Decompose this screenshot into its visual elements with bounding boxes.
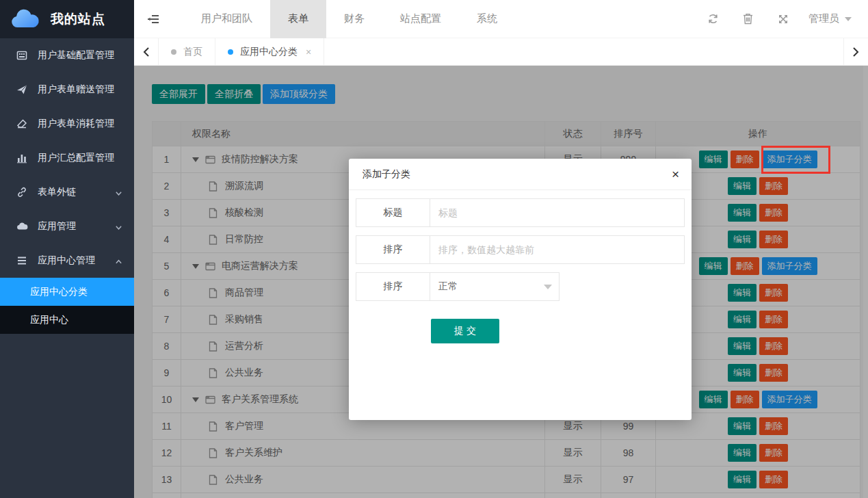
tab-label: 首页 (183, 46, 202, 58)
chevron-down-icon (544, 285, 552, 289)
field-label: 排序 (356, 273, 430, 300)
logo: 我的站点 (0, 0, 134, 38)
sidebar-item-label: 表单外链 (38, 186, 115, 198)
list-icon (16, 255, 28, 267)
field-input-排序[interactable] (430, 236, 684, 263)
chevron-down-icon (115, 222, 123, 231)
field-label: 标题 (356, 199, 430, 226)
modal-body: 标题排序排序正常提 交 (349, 190, 692, 343)
menu-fold-icon[interactable] (134, 0, 172, 38)
tab-close-icon[interactable]: × (306, 47, 311, 57)
submit-button[interactable]: 提 交 (431, 319, 499, 343)
sidebar-submenu: 应用中心分类应用中心 (0, 278, 134, 334)
chevron-down-icon (845, 17, 852, 21)
form-field-标题: 标题 (356, 198, 685, 227)
topnav-item[interactable]: 系统 (459, 0, 515, 38)
annotation-highlight-box (761, 146, 830, 174)
field-input-标题[interactable] (430, 199, 684, 226)
bar-chart-icon (16, 153, 28, 164)
top-menu: 用户和团队表单财务站点配置系统 (183, 0, 515, 38)
sidebar-item-label: 应用管理 (38, 220, 115, 233)
sidebar-item-label: 用户汇总配置管理 (38, 152, 123, 164)
tab-应用中心分类[interactable]: 应用中心分类× (215, 38, 324, 66)
tab-dot (171, 49, 176, 55)
form-field-排序: 排序 (356, 235, 685, 264)
top-bar: 用户和团队表单财务站点配置系统 管理员 (134, 0, 868, 38)
sidebar-menu: 用户基础配置管理用户表单赠送管理用户表单消耗管理用户汇总配置管理表单外链应用管理… (0, 38, 134, 334)
tab-首页[interactable]: 首页 (159, 38, 215, 66)
sidebar-item-3[interactable]: 用户汇总配置管理 (0, 141, 134, 175)
modal-title: 添加子分类 (363, 168, 672, 181)
sidebar-item-5[interactable]: 应用管理 (0, 209, 134, 244)
sidebar-item-0[interactable]: 用户基础配置管理 (0, 38, 134, 73)
fullscreen-icon[interactable] (765, 0, 800, 38)
sidebar-item-label: 用户表单消耗管理 (38, 118, 123, 130)
grid-icon (16, 50, 28, 62)
sidebar-subitem[interactable]: 应用中心 (0, 306, 134, 334)
sidebar: 我的站点 用户基础配置管理用户表单赠送管理用户表单消耗管理用户汇总配置管理表单外… (0, 0, 134, 498)
sidebar-item-6[interactable]: 应用中心管理 (0, 244, 134, 278)
sidebar-subitem[interactable]: 应用中心分类 (0, 278, 134, 306)
tabs-scroll-left-icon[interactable] (134, 38, 159, 66)
tab-label: 应用中心分类 (240, 46, 298, 58)
close-icon[interactable]: × (672, 168, 679, 181)
topnav-item[interactable]: 站点配置 (382, 0, 459, 38)
chevron-up-icon (115, 257, 123, 265)
chevron-down-icon (115, 188, 123, 196)
select-value: 正常 (438, 280, 458, 293)
cloud-icon (16, 221, 28, 233)
cloud-logo-icon (10, 7, 45, 31)
topnav-item[interactable]: 表单 (270, 0, 326, 38)
modal-header: 添加子分类 × (349, 159, 692, 190)
topnav-item[interactable]: 财务 (326, 0, 382, 38)
tab-dot (228, 49, 233, 55)
site-title: 我的站点 (51, 10, 105, 28)
form-field-排序: 排序正常 (356, 272, 560, 301)
refresh-icon[interactable] (696, 0, 731, 38)
eraser-icon (16, 118, 28, 130)
user-menu[interactable]: 管理员 (808, 12, 852, 25)
topnav-item[interactable]: 用户和团队 (183, 0, 270, 38)
sidebar-item-4[interactable]: 表单外链 (0, 175, 134, 209)
field-label: 排序 (356, 236, 430, 263)
send-icon (16, 84, 28, 96)
sidebar-item-2[interactable]: 用户表单消耗管理 (0, 107, 134, 141)
sidebar-item-1[interactable]: 用户表单赠送管理 (0, 73, 134, 107)
sidebar-item-label: 用户基础配置管理 (38, 49, 123, 62)
sidebar-item-label: 用户表单赠送管理 (38, 83, 123, 96)
user-name: 管理员 (808, 12, 839, 25)
tab-bar: 首页应用中心分类× (134, 38, 868, 66)
trash-icon[interactable] (731, 0, 765, 38)
field-select-排序[interactable]: 正常 (430, 273, 559, 300)
link-icon (16, 187, 28, 198)
add-subcategory-modal: 添加子分类 × 标题排序排序正常提 交 (349, 159, 692, 420)
tabs-scroll-right-icon[interactable] (843, 38, 868, 66)
topbar-actions: 管理员 (696, 0, 868, 38)
sidebar-item-label: 应用中心管理 (38, 254, 115, 267)
